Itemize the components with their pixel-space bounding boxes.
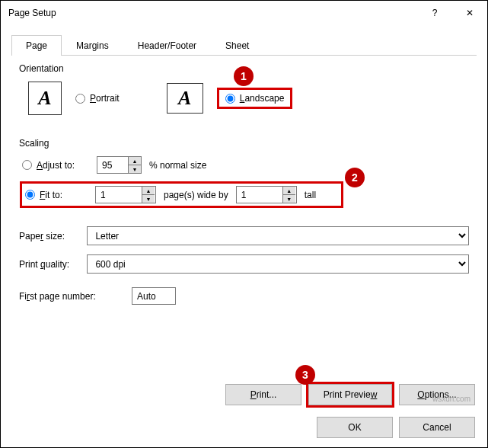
spin-down-icon[interactable]: ▼ [129,165,141,173]
spin-up-icon[interactable]: ▲ [129,157,141,165]
fit-tall-input[interactable] [237,187,282,203]
spin-down-icon[interactable]: ▼ [142,195,155,203]
landscape-label: Landscape [240,93,285,104]
portrait-radio[interactable]: Portrait [75,93,120,104]
paper-size-select[interactable]: Letter [87,226,469,245]
print-preview-button[interactable]: Print Preview [308,384,392,405]
adjust-to-radio[interactable]: Adjust to: [22,160,89,171]
adjust-to-radio-input[interactable] [22,160,32,170]
fit-wide-input[interactable] [96,187,142,203]
watermark-text: wsxdn.com [432,395,470,403]
fit-to-label: Fit to: [40,190,62,200]
fit-wide-suffix: page(s) wide by [164,190,228,200]
callout-badge-1: 1 [234,66,254,86]
adjust-percent-spinner[interactable]: ▲▼ [97,156,142,174]
close-button[interactable]: ✕ [452,1,487,25]
portrait-label: Portrait [90,93,120,104]
fit-to-radio-input[interactable] [25,190,35,200]
print-button[interactable]: Print... [225,384,301,405]
scaling-legend: Scaling [19,138,469,149]
cancel-button[interactable]: Cancel [399,417,475,438]
fit-to-radio[interactable]: Fit to: [25,190,88,200]
print-quality-label: Print quality: [19,259,87,270]
paper-size-label: Paper size: [19,231,87,242]
dialog-confirm-row: OK Cancel [317,417,475,438]
callout-badge-3: 3 [295,365,315,385]
print-preview-highlight: Print Preview [306,382,394,408]
adjust-percent-input[interactable] [97,157,128,173]
portrait-page-icon: A [28,82,62,115]
fit-wide-spinner[interactable]: ▲▼ [95,186,156,203]
adjust-to-label: Adjust to: [37,160,75,171]
landscape-highlight: Landscape [217,88,293,109]
help-button[interactable]: ? [417,1,452,25]
window-title: Page Setup [8,8,417,18]
tab-header-footer[interactable]: Header/Footer [123,35,211,56]
first-page-label: First page number: [19,291,132,302]
scaling-group: Scaling Adjust to: ▲▼ % normal size 2 Fi… [19,138,469,208]
tab-page[interactable]: Page [11,35,62,56]
portrait-radio-input[interactable] [75,94,85,104]
adjust-suffix: % normal size [149,160,206,171]
spin-down-icon[interactable]: ▼ [283,195,295,203]
fit-tall-spinner[interactable]: ▲▼ [236,186,297,203]
fit-tall-suffix: tall [305,190,316,200]
spin-up-icon[interactable]: ▲ [283,187,295,195]
page-panel: Orientation A Portrait A 1 Landscape Sca… [1,56,487,305]
landscape-page-icon: A [167,83,203,114]
landscape-radio-input[interactable] [225,94,235,104]
spin-up-icon[interactable]: ▲ [142,187,155,195]
tab-margins[interactable]: Margins [62,35,123,56]
first-page-input[interactable] [132,287,176,305]
print-quality-select[interactable]: 600 dpi [87,254,469,274]
callout-badge-2: 2 [345,168,365,187]
tab-sheet[interactable]: Sheet [211,35,263,56]
fit-to-highlight: Fit to: ▲▼ page(s) wide by ▲▼ tall [20,181,343,208]
tab-strip: Page Margins Header/Footer Sheet [11,34,477,56]
orientation-group: Orientation A Portrait A 1 Landscape [19,63,469,127]
ok-button[interactable]: OK [317,417,393,438]
landscape-radio[interactable]: Landscape [225,93,285,104]
title-bar: Page Setup ? ✕ [1,1,487,25]
